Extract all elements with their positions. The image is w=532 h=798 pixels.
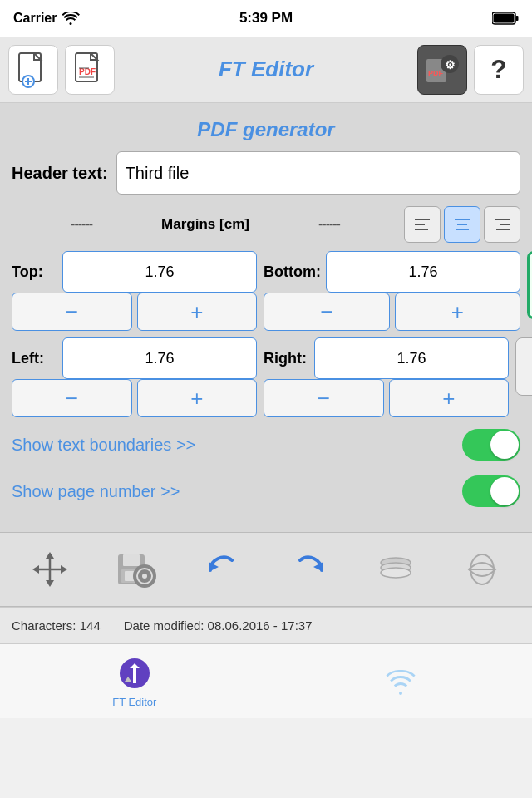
save-button[interactable] <box>107 540 165 598</box>
margins-fields-row2: Left: − + Right: − + <box>12 337 520 417</box>
right-margin-field: Right: − + <box>264 337 509 417</box>
top-margin-field: Top: − + <box>12 251 257 331</box>
header-text-input[interactable] <box>116 151 520 195</box>
bottom-margin-field: Bottom: − + <box>264 251 520 331</box>
left-margin-input[interactable] <box>62 337 257 379</box>
page-type-column: A4 <box>527 251 532 331</box>
show-text-boundaries-row: Show text boundaries >> <box>12 424 520 466</box>
right-minus-button[interactable]: − <box>264 379 384 417</box>
layers-button[interactable] <box>367 540 425 598</box>
top-margin-input[interactable] <box>62 251 257 293</box>
margins-title-row: ------ Margins [cm] ------ <box>12 206 520 243</box>
margins-dashes-left: ------ <box>12 217 151 232</box>
svg-marker-34 <box>46 580 54 587</box>
app-title: FT Editor <box>115 57 417 82</box>
svg-marker-36 <box>61 565 67 574</box>
date-modified: Date modified: 08.06.2016 - 17:37 <box>124 618 313 633</box>
top-plus-button[interactable]: + <box>137 293 258 331</box>
tab-ft-editor[interactable]: FT Editor <box>112 654 156 708</box>
bottom-stepper: − + <box>264 293 520 331</box>
show-page-number-row: Show page number >> <box>12 470 520 512</box>
main-content: PDF generator Header text: ------ Margin… <box>0 103 532 532</box>
align-left-button[interactable] <box>404 206 441 243</box>
left-margin-field: Left: − + <box>12 337 257 417</box>
status-carrier: Carrier <box>13 11 80 26</box>
left-label: Left: <box>12 350 57 367</box>
show-page-number-toggle[interactable] <box>462 475 520 507</box>
show-text-boundaries-label[interactable]: Show text boundaries >> <box>12 436 195 455</box>
undo-button[interactable] <box>194 540 252 598</box>
svg-point-50 <box>381 568 411 578</box>
characters-count: Characters: 144 <box>12 618 101 633</box>
status-bar: Carrier 5:39 PM <box>0 0 532 37</box>
right-plus-button[interactable]: + <box>389 379 510 417</box>
battery-icon <box>492 12 519 25</box>
left-stepper: − + <box>12 379 257 417</box>
help-icon: ? <box>490 54 507 85</box>
margins-title: Margins [cm] <box>156 216 254 233</box>
ft-editor-tab-icon <box>116 654 154 692</box>
svg-text:PDF: PDF <box>428 69 444 77</box>
page-settings-button[interactable] <box>515 337 532 396</box>
wifi-icon <box>62 12 80 25</box>
bottom-label: Bottom: <box>264 264 321 281</box>
left-minus-button[interactable]: − <box>12 379 132 417</box>
svg-marker-35 <box>32 565 39 574</box>
move-button[interactable] <box>21 540 79 598</box>
align-buttons <box>404 206 520 243</box>
pdf-file-button[interactable]: PDF <box>65 45 115 95</box>
share-button[interactable] <box>453 540 511 598</box>
export-pdf-button[interactable]: PDF ⚙ <box>417 45 467 95</box>
bottom-margin-input[interactable] <box>326 251 520 293</box>
toolbar: PDF FT Editor PDF ⚙ ? <box>0 37 532 103</box>
align-right-button[interactable] <box>484 206 520 243</box>
margins-fields-row1: Top: − + Bottom: − + <box>12 251 520 331</box>
a4-page-button[interactable]: A4 <box>527 251 532 319</box>
tab-ft-editor-label: FT Editor <box>112 696 156 708</box>
svg-rect-40 <box>123 554 140 566</box>
help-button[interactable]: ? <box>474 45 524 95</box>
redo-button[interactable] <box>280 540 338 598</box>
tab-wifi[interactable] <box>382 663 420 701</box>
header-text-label: Header text: <box>12 164 108 183</box>
carrier-text: Carrier <box>13 11 57 26</box>
bottom-minus-button[interactable]: − <box>264 293 390 331</box>
bottom-toolbar <box>0 532 532 607</box>
toggle-knob <box>490 431 519 459</box>
svg-text:PDF: PDF <box>79 67 96 76</box>
align-center-button[interactable] <box>444 206 480 243</box>
section-title: PDF generator <box>12 118 520 141</box>
svg-marker-33 <box>46 552 54 559</box>
top-minus-button[interactable]: − <box>12 293 132 331</box>
bottom-plus-button[interactable]: + <box>395 293 521 331</box>
right-stepper: − + <box>264 379 509 417</box>
pdf-generator-section: PDF generator Header text: ------ Margin… <box>12 111 520 524</box>
svg-rect-1 <box>516 16 519 21</box>
show-text-boundaries-toggle[interactable] <box>462 429 520 461</box>
svg-text:⚙: ⚙ <box>445 58 456 71</box>
top-stepper: − + <box>12 293 257 331</box>
right-margin-input[interactable] <box>314 337 509 379</box>
top-label: Top: <box>12 264 57 281</box>
header-text-row: Header text: <box>12 151 520 195</box>
svg-point-45 <box>142 574 147 579</box>
status-time: 5:39 PM <box>239 10 293 27</box>
status-bottom: Characters: 144 Date modified: 08.06.201… <box>0 607 532 643</box>
status-battery <box>492 12 519 25</box>
right-label: Right: <box>264 350 309 367</box>
svg-rect-2 <box>494 14 515 23</box>
tab-bar: FT Editor <box>0 643 532 718</box>
wifi-tab-icon <box>382 663 420 701</box>
settings-col <box>515 337 532 417</box>
toggle-knob-2 <box>490 477 519 505</box>
margins-dashes-right: ------ <box>259 217 399 232</box>
show-page-number-label[interactable]: Show page number >> <box>12 482 180 501</box>
left-plus-button[interactable]: + <box>137 379 258 417</box>
new-file-button[interactable] <box>8 45 58 95</box>
